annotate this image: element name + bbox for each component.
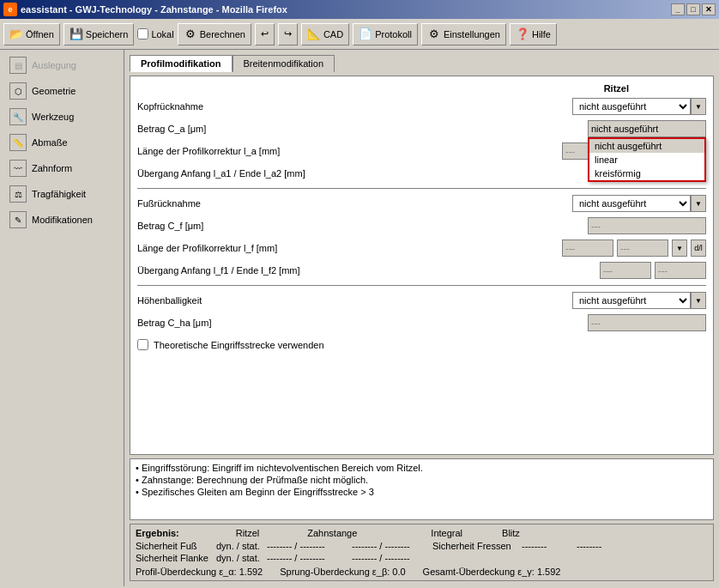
- eingriffsstrecke-checkbox[interactable]: [137, 339, 148, 350]
- betrag-cf-row: Betrag C_f [μm]: [137, 216, 706, 235]
- message-1: • Eingriffsstörung: Eingriff im nichtevo…: [136, 463, 708, 473]
- hoehenballigkeit-dropdown-arrow[interactable]: ▼: [691, 292, 706, 309]
- row2-sub: dyn. / stat.: [216, 553, 263, 563]
- row2-label: Sicherheit Flanke: [136, 553, 213, 563]
- laenge-lf-input1[interactable]: [562, 239, 613, 257]
- window-title: eassistant - GWJ-Technology - Zahnstange…: [21, 4, 287, 15]
- kopfruecknahme-select[interactable]: nicht ausgeführt linear kreisförmig: [572, 98, 691, 115]
- sidebar-item-werkzeug[interactable]: 🔧 Werkzeug: [3, 105, 120, 129]
- undo-button[interactable]: ↩: [255, 23, 275, 45]
- hoehenballigkeit-row: Höhenballigkeit nicht ausgeführt linear …: [137, 291, 706, 310]
- cad-button[interactable]: 📐 CAD: [301, 23, 349, 45]
- uebergang-f-input1[interactable]: [600, 262, 651, 279]
- checkbox-row: Theoretische Eingriffsstrecke verwenden: [137, 339, 706, 350]
- fussruecknahme-dropdown-group: nicht ausgeführt linear kreisförmig ▼: [572, 195, 706, 212]
- right-panel: Profilmodifikation Breitenmodifikation R…: [124, 50, 719, 586]
- calculate-button[interactable]: ⚙ Berechnen: [178, 23, 251, 45]
- app-icon: e: [3, 3, 17, 16]
- save-button[interactable]: 💾 Speichern: [63, 23, 135, 45]
- divider2: [137, 285, 706, 286]
- results-footer: Profil-Überdeckung ε_α: 1.592 Sprung-Übe…: [136, 567, 708, 577]
- tab-breitenmodifikation[interactable]: Breitenmodifikation: [233, 55, 335, 72]
- footer-gesamt: Gesamt-Überdeckung ε_γ: 1.592: [423, 567, 561, 577]
- sidebar-item-geometrie[interactable]: ⬡ Geometrie: [3, 79, 120, 103]
- close-button[interactable]: ✕: [702, 3, 716, 15]
- dropdown-item-linear[interactable]: linear: [589, 153, 704, 167]
- hoehenballigkeit-select[interactable]: nicht ausgeführt linear kreisförmig: [572, 292, 691, 309]
- sidebar-item-auslegung[interactable]: ▤ Auslegung: [3, 53, 120, 77]
- betrag-ca-row: Betrag C_a [μm] nicht ausgeführt linear …: [137, 119, 706, 138]
- message-2: • Zahnstange: Berechnung der Prüfmaße ni…: [136, 475, 708, 485]
- hoehenballigkeit-controls: nicht ausgeführt linear kreisförmig ▼: [572, 292, 706, 309]
- betrag-cha-row: Betrag C_ha [μm]: [137, 313, 706, 332]
- uebergang-label: Übergang Anfang l_a1 / Ende l_a2 [mm]: [137, 168, 600, 179]
- sidebar-item-abmasse[interactable]: 📏 Abmaße: [3, 130, 120, 155]
- protocol-button[interactable]: 📄 Protokoll: [353, 23, 418, 45]
- betrag-cha-input[interactable]: [588, 314, 706, 331]
- cad-icon: 📐: [307, 27, 321, 41]
- kopfruecknahme-dropdown-arrow[interactable]: ▼: [691, 98, 706, 115]
- fussruecknahme-controls: nicht ausgeführt linear kreisförmig ▼: [572, 195, 706, 212]
- local-checkbox-group: Lokal: [137, 28, 173, 39]
- main-content: ▤ Auslegung ⬡ Geometrie 🔧 Werkzeug 📏 Abm…: [0, 50, 719, 586]
- row1-integral: --------: [522, 541, 573, 551]
- sidebar-item-zahnform[interactable]: 〰 Zahnform: [3, 156, 120, 180]
- sidebar-item-tragfahigkeit[interactable]: ⚖ Tragfähigkeit: [3, 182, 120, 206]
- row1-blitz: --------: [577, 541, 601, 551]
- kopfruecknahme-row: Kopfrücknahme nicht ausgeführt linear kr…: [137, 97, 706, 116]
- col-header-zahnstange: Zahnstange: [307, 528, 357, 538]
- redo-button[interactable]: ↪: [278, 23, 298, 45]
- divider1: [137, 188, 706, 189]
- settings-button[interactable]: ⚙ Einstellungen: [421, 23, 506, 45]
- ritzel-header: Ritzel: [137, 83, 706, 94]
- betrag-ca-input[interactable]: [588, 120, 706, 137]
- laenge-lf-label: Länge der Profilkorrektur l_f [mm]: [137, 243, 562, 253]
- kopfruecknahme-label: Kopfrücknahme: [137, 101, 572, 112]
- laenge-lf-row: Länge der Profilkorrektur l_f [mm] ▼ d/l: [137, 239, 706, 258]
- open-icon: 📂: [9, 27, 23, 41]
- betrag-cf-input[interactable]: [588, 217, 706, 234]
- dropdown-item-nicht-ausgefuhrt[interactable]: nicht ausgeführt: [589, 139, 704, 153]
- col-header-ritzel: Ritzel: [236, 528, 260, 538]
- kopfruecknahme-dropdown-overlay: nicht ausgeführt linear kreisförmig: [588, 137, 706, 182]
- eingriffsstrecke-label: Theoretische Eingriffsstrecke verwenden: [154, 340, 324, 350]
- tab-profilmodifikation[interactable]: Profilmodifikation: [130, 55, 233, 72]
- row2-ritzel: -------- / --------: [267, 553, 348, 563]
- zahnform-icon: 〰: [9, 160, 27, 177]
- title-bar: e eassistant - GWJ-Technology - Zahnstan…: [0, 0, 719, 19]
- fussruecknahme-select[interactable]: nicht ausgeführt linear kreisförmig: [572, 195, 691, 212]
- save-icon: 💾: [69, 27, 83, 41]
- modifikationen-icon: ✎: [9, 211, 27, 228]
- row1-ritzel: -------- / --------: [267, 541, 348, 551]
- abmasse-icon: 📏: [9, 134, 27, 151]
- uebergang-f-controls: [600, 262, 706, 279]
- tragfahigkeit-icon: ⚖: [9, 185, 27, 203]
- local-checkbox[interactable]: [137, 28, 148, 39]
- betrag-ca-label: Betrag C_a [μm]: [137, 124, 588, 134]
- dropdown-item-kreisformig[interactable]: kreisförmig: [589, 167, 704, 180]
- fussruecknahme-dropdown-arrow[interactable]: ▼: [691, 195, 706, 212]
- laenge-lf-small-btn[interactable]: d/l: [691, 239, 706, 257]
- hoehenballigkeit-dropdown-group: nicht ausgeführt linear kreisförmig ▼: [572, 292, 706, 309]
- row1-sub: dyn. / stat.: [216, 541, 263, 551]
- calculate-icon: ⚙: [184, 27, 197, 41]
- footer-profil: Profil-Überdeckung ε_α: 1.592: [136, 567, 263, 577]
- laenge-lf-input2[interactable]: [617, 239, 668, 257]
- kopfruecknahme-dropdown-group: nicht ausgeführt linear kreisförmig ▼: [572, 98, 706, 115]
- row2-zahnstange: -------- / --------: [352, 553, 410, 563]
- minimize-button[interactable]: _: [671, 3, 685, 15]
- results-header: Ergebnis:: [136, 528, 179, 538]
- open-button[interactable]: 📂 Öffnen: [3, 23, 60, 45]
- help-button[interactable]: ❓ Hilfe: [510, 23, 557, 45]
- messages-panel: • Eingriffsstörung: Eingriff im nichtevo…: [130, 458, 714, 520]
- betrag-cha-controls: [588, 314, 706, 331]
- row1-fressen-label: Sicherheit Fressen: [432, 541, 518, 551]
- laenge-lf-dropdown[interactable]: ▼: [672, 239, 687, 257]
- protocol-icon: 📄: [359, 27, 372, 41]
- maximize-button[interactable]: □: [686, 3, 700, 15]
- uebergang-f-input2[interactable]: [655, 262, 706, 279]
- row1-zahnstange: -------- / --------: [352, 541, 429, 551]
- laenge-lf-controls: ▼ d/l: [562, 239, 706, 257]
- sidebar-item-modifikationen[interactable]: ✎ Modifikationen: [3, 208, 120, 232]
- geometrie-icon: ⬡: [9, 82, 27, 100]
